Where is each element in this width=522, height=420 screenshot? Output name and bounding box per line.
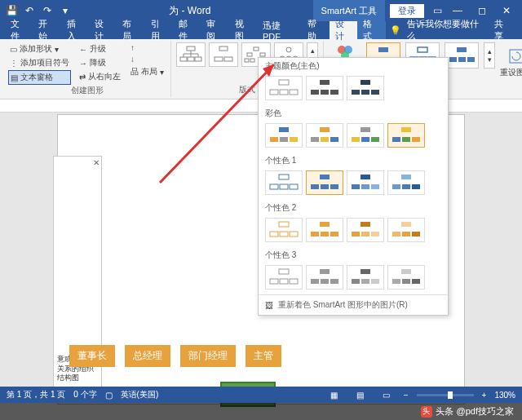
tab-home[interactable]: 开始 — [33, 21, 60, 39]
color-swatch[interactable] — [265, 123, 303, 148]
view-web-icon[interactable]: ▭ — [378, 391, 396, 400]
color-swatch[interactable] — [306, 76, 343, 100]
svg-rect-62 — [392, 137, 400, 142]
svg-rect-109 — [401, 269, 411, 274]
qat-more-icon[interactable]: ▾ — [57, 2, 73, 19]
svg-rect-78 — [392, 184, 400, 189]
svg-rect-2 — [188, 57, 194, 61]
layout-thumb-2[interactable] — [209, 42, 238, 67]
svg-rect-11 — [224, 57, 232, 61]
tab-view[interactable]: 视图 — [229, 21, 257, 39]
minimize-icon[interactable]: — — [445, 2, 470, 19]
color-swatch[interactable] — [306, 123, 343, 148]
svg-rect-65 — [279, 175, 289, 179]
svg-rect-59 — [361, 137, 369, 142]
smartart-box-3[interactable]: 部门经理 — [180, 345, 236, 367]
tab-insert[interactable]: 插入 — [61, 21, 89, 39]
smartart-box-4[interactable]: 主管 — [246, 345, 281, 367]
share-button[interactable]: 共享 — [488, 18, 517, 42]
login-button[interactable]: 登录 — [390, 4, 424, 18]
add-shape-button[interactable]: ▭ 添加形状 ▾ — [8, 42, 71, 55]
text-pane-button[interactable]: ▤ 文本窗格 — [8, 70, 71, 85]
reset-graphic-button[interactable]: 重设图形 — [500, 42, 522, 83]
status-language[interactable]: 英语(美国) — [121, 389, 159, 400]
close-icon[interactable]: ✕ — [494, 2, 519, 19]
layout-thumb-1[interactable] — [176, 42, 206, 67]
status-lang-icon: ▢ — [105, 391, 113, 400]
tab-help[interactable]: 帮助 — [302, 21, 330, 39]
svg-rect-58 — [352, 137, 360, 142]
svg-rect-71 — [321, 184, 329, 189]
color-swatch-hover[interactable] — [387, 123, 425, 148]
svg-rect-83 — [280, 232, 288, 237]
svg-rect-77 — [401, 175, 411, 179]
svg-rect-108 — [371, 279, 379, 284]
color-swatch[interactable] — [347, 265, 384, 290]
promote-button[interactable]: ← 升级 — [77, 42, 122, 55]
color-swatch[interactable] — [387, 218, 425, 242]
undo-icon[interactable]: ↶ — [21, 2, 38, 19]
svg-rect-103 — [321, 279, 329, 284]
tab-review[interactable]: 审阅 — [201, 21, 228, 39]
color-swatch[interactable] — [387, 265, 425, 290]
demote-button[interactable]: → 降级 — [77, 56, 122, 69]
move-down-button[interactable]: ↓ — [129, 54, 166, 64]
tab-mailings[interactable]: 邮件 — [173, 21, 201, 39]
svg-rect-91 — [361, 232, 369, 237]
svg-rect-79 — [402, 184, 410, 189]
svg-rect-72 — [330, 184, 338, 189]
redo-icon[interactable]: ↷ — [39, 2, 55, 19]
add-bullet-button[interactable]: ⋮ 添加项目符号 — [8, 56, 71, 69]
zoom-level[interactable]: 130% — [494, 391, 515, 400]
svg-rect-99 — [280, 279, 288, 284]
tab-design[interactable]: 设计 — [89, 21, 117, 39]
style-thumb-3[interactable] — [445, 42, 479, 69]
tab-pdf[interactable]: 迅捷PDF — [257, 21, 302, 39]
save-icon[interactable]: 💾 — [3, 2, 20, 19]
tab-layout[interactable]: 布局 — [117, 21, 144, 39]
svg-rect-106 — [352, 279, 360, 284]
smartart-box-2[interactable]: 总经理 — [125, 345, 170, 367]
color-swatch[interactable] — [387, 170, 425, 195]
color-swatch[interactable] — [347, 170, 384, 195]
color-swatch[interactable] — [265, 265, 303, 290]
svg-rect-12 — [254, 47, 259, 51]
tab-references[interactable]: 引用 — [145, 21, 173, 39]
color-swatch[interactable] — [265, 170, 303, 195]
tell-me-input[interactable]: 告诉我你想要做什么 — [401, 21, 487, 39]
svg-rect-10 — [215, 57, 223, 61]
color-swatch[interactable] — [306, 218, 343, 242]
status-words[interactable]: 0 个字 — [73, 389, 96, 400]
color-swatch[interactable] — [265, 76, 303, 100]
tab-smartart-design[interactable]: 设计 — [330, 21, 357, 39]
status-page[interactable]: 第 1 页，共 1 页 — [7, 389, 65, 400]
svg-rect-98 — [270, 279, 278, 284]
pane-close-icon[interactable]: ✕ — [93, 158, 100, 167]
zoom-slider[interactable] — [417, 394, 474, 396]
style-gallery-more[interactable]: ▴▾ — [484, 42, 495, 69]
layout-button[interactable]: 品 布局 ▾ — [129, 65, 166, 78]
svg-rect-93 — [401, 222, 411, 227]
color-swatch-hover[interactable] — [306, 170, 343, 195]
zoom-out-icon[interactable]: − — [404, 391, 409, 400]
tab-smartart-format[interactable]: 格式 — [357, 21, 385, 39]
color-swatch[interactable] — [306, 265, 343, 290]
svg-rect-49 — [279, 127, 289, 132]
tab-file[interactable]: 文件 — [5, 21, 33, 39]
svg-rect-56 — [330, 137, 338, 142]
move-up-button[interactable]: ↑ — [129, 42, 166, 53]
view-read-icon[interactable]: ▦ — [325, 391, 343, 400]
color-swatch[interactable] — [347, 123, 384, 148]
zoom-in-icon[interactable]: + — [482, 391, 487, 400]
color-swatch[interactable] — [347, 76, 384, 100]
ribbon-options-icon[interactable]: ▭ — [429, 2, 445, 19]
color-swatch[interactable] — [347, 218, 384, 242]
smartart-row: 董事长 总经理 部门经理 主管 — [69, 345, 281, 367]
rtl-button[interactable]: ⇄ 从右向左 — [77, 70, 122, 83]
smartart-box-1[interactable]: 董事长 — [69, 345, 115, 367]
maximize-icon[interactable]: ◻ — [470, 2, 494, 19]
color-swatch[interactable] — [265, 218, 303, 242]
gallery-recolor-option[interactable]: 🖼 重新着色 SmartArt 图形中的图片(R) — [259, 294, 448, 315]
view-print-icon[interactable]: ▤ — [352, 391, 369, 400]
svg-rect-112 — [412, 279, 420, 284]
